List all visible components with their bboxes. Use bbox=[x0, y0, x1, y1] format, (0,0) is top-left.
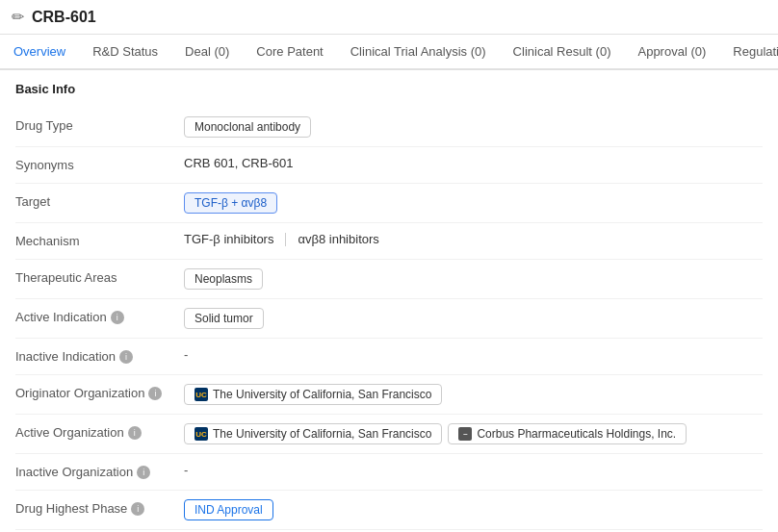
tag-active-indication[interactable]: Solid tumor bbox=[184, 308, 264, 329]
section-title: Basic Info bbox=[15, 82, 763, 100]
row-drug-type: Drug TypeMonoclonal antibody bbox=[15, 108, 763, 147]
label-inactive-org: Inactive Organizationi bbox=[15, 463, 184, 479]
row-drug-highest-phase: Drug Highest PhaseiIND Approval bbox=[15, 491, 763, 530]
tab-core-patent[interactable]: Core Patent bbox=[243, 35, 336, 70]
org-name-0: The University of California, San Franci… bbox=[213, 427, 431, 441]
tab-rd-status[interactable]: R&D Status bbox=[79, 35, 171, 70]
tab-overview[interactable]: Overview bbox=[0, 35, 79, 70]
dash-inactive-org: - bbox=[184, 463, 188, 477]
row-inactive-indication: Inactive Indicationi- bbox=[15, 339, 763, 375]
info-rows: Drug TypeMonoclonal antibodySynonymsCRB … bbox=[15, 108, 763, 532]
row-therapeutic-areas: Therapeutic AreasNeoplasms bbox=[15, 260, 763, 299]
label-drug-type: Drug Type bbox=[15, 116, 184, 133]
value-synonyms: CRB 601, CRB-601 bbox=[184, 156, 763, 170]
row-target: TargetTGF-β + αvβ8 bbox=[15, 184, 763, 223]
org-name-1: Corbus Pharmaceuticals Holdings, Inc. bbox=[477, 427, 676, 441]
org-tag-0[interactable]: UCThe University of California, San Fran… bbox=[184, 384, 442, 405]
label-target: Target bbox=[15, 192, 184, 209]
tab-clinical-trial[interactable]: Clinical Trial Analysis (0) bbox=[337, 35, 500, 70]
tab-clinical-result[interactable]: Clinical Result (0) bbox=[500, 35, 625, 70]
dash-inactive-indication: - bbox=[184, 347, 188, 362]
org-icon-ucsf: UC bbox=[194, 427, 208, 441]
tabs: OverviewR&D StatusDeal (0)Core PatentCli… bbox=[0, 35, 778, 70]
label-active-org: Active Organizationi bbox=[15, 423, 184, 440]
tag-drug-type[interactable]: Monoclonal antibody bbox=[184, 116, 311, 138]
text-synonyms: CRB 601, CRB-601 bbox=[184, 156, 293, 170]
value-mechanism: TGF-β inhibitorsαvβ8 inhibitors bbox=[184, 232, 763, 246]
info-icon-inactive-indication[interactable]: i bbox=[119, 350, 133, 364]
value-therapeutic-areas: Neoplasms bbox=[184, 268, 763, 290]
label-originator-org: Originator Organizationi bbox=[15, 384, 184, 400]
org-icon-corbus: ~ bbox=[458, 427, 472, 441]
value-target: TGF-β + αvβ8 bbox=[184, 192, 763, 214]
info-icon-originator-org[interactable]: i bbox=[148, 387, 162, 400]
tag-target-target[interactable]: TGF-β + αvβ8 bbox=[184, 192, 277, 214]
org-tag-0[interactable]: UCThe University of California, San Fran… bbox=[184, 423, 442, 444]
tab-regulation[interactable]: Regulation (0) bbox=[719, 35, 778, 70]
row-active-indication: Active IndicationiSolid tumor bbox=[15, 299, 763, 339]
row-inactive-org: Inactive Organizationi- bbox=[15, 454, 763, 491]
value-drug-type: Monoclonal antibody bbox=[184, 116, 763, 138]
label-synonyms: Synonyms bbox=[15, 156, 184, 172]
info-icon-drug-highest-phase[interactable]: i bbox=[131, 502, 144, 516]
header: ✏ CRB-601 bbox=[0, 0, 778, 35]
mechanism-separator bbox=[285, 233, 286, 246]
value-inactive-org: - bbox=[184, 463, 763, 477]
row-originator-org: Originator OrganizationiUCThe University… bbox=[15, 375, 763, 415]
label-drug-highest-phase: Drug Highest Phasei bbox=[15, 499, 184, 516]
info-icon-active-org[interactable]: i bbox=[128, 426, 142, 440]
row-active-org: Active OrganizationiUCThe University of … bbox=[15, 415, 763, 454]
value-drug-highest-phase: IND Approval bbox=[184, 499, 763, 520]
tab-deal[interactable]: Deal (0) bbox=[171, 35, 243, 70]
info-icon-inactive-org[interactable]: i bbox=[137, 466, 150, 479]
org-name-0: The University of California, San Franci… bbox=[213, 388, 431, 401]
tag-therapeutic-areas[interactable]: Neoplasms bbox=[184, 268, 263, 290]
mechanism-item-0: TGF-β inhibitors bbox=[184, 232, 273, 246]
org-icon-ucsf: UC bbox=[194, 388, 208, 401]
header-pencil-icon: ✏ bbox=[12, 8, 24, 26]
label-active-indication: Active Indicationi bbox=[15, 308, 184, 324]
basic-info-section: Basic Info Drug TypeMonoclonal antibodyS… bbox=[15, 82, 763, 532]
value-inactive-indication: - bbox=[184, 347, 763, 362]
page-title: CRB-601 bbox=[32, 9, 96, 26]
value-originator-org: UCThe University of California, San Fran… bbox=[184, 384, 763, 405]
org-tag-1[interactable]: ~Corbus Pharmaceuticals Holdings, Inc. bbox=[448, 423, 687, 444]
label-therapeutic-areas: Therapeutic Areas bbox=[15, 268, 184, 285]
label-inactive-indication: Inactive Indicationi bbox=[15, 347, 184, 364]
value-active-indication: Solid tumor bbox=[184, 308, 763, 329]
mechanism-item-1: αvβ8 inhibitors bbox=[298, 232, 378, 246]
value-active-org: UCThe University of California, San Fran… bbox=[184, 423, 763, 444]
tab-approval[interactable]: Approval (0) bbox=[624, 35, 719, 70]
info-icon-active-indication[interactable]: i bbox=[111, 311, 124, 324]
label-mechanism: Mechanism bbox=[15, 232, 184, 248]
row-mechanism: MechanismTGF-β inhibitorsαvβ8 inhibitors bbox=[15, 223, 763, 260]
row-synonyms: SynonymsCRB 601, CRB-601 bbox=[15, 147, 763, 184]
tag-blue-drug-highest-phase[interactable]: IND Approval bbox=[184, 499, 273, 520]
content-area: Basic Info Drug TypeMonoclonal antibodyS… bbox=[0, 70, 778, 532]
